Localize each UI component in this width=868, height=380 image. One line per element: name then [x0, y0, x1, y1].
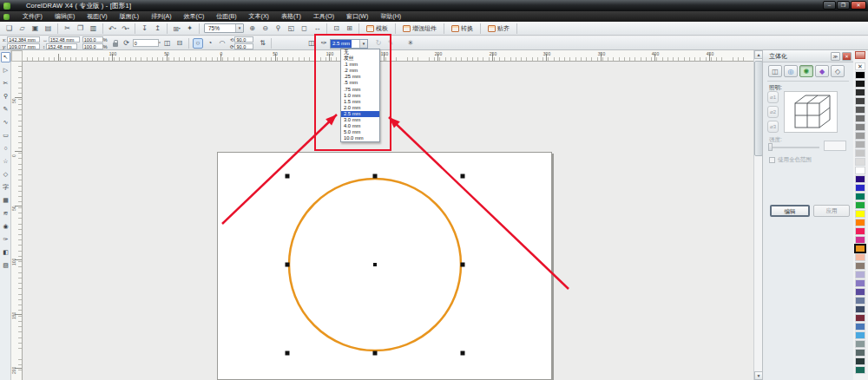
drawing-canvas[interactable] — [23, 62, 753, 380]
ellipse-tool[interactable]: ○ — [1, 143, 10, 154]
color-swatch[interactable] — [855, 262, 865, 270]
docker-close-button[interactable]: ✕ — [842, 52, 852, 61]
color-swatch[interactable] — [855, 201, 865, 209]
menu-item-O[interactable]: 工具(O) — [307, 11, 340, 22]
object-width-field[interactable]: 152.48 mm — [49, 36, 80, 43]
color-swatch[interactable] — [855, 123, 865, 131]
intensity-slider[interactable] — [769, 147, 819, 148]
interactive-blend-tool[interactable]: ≋ — [1, 208, 10, 219]
zoom-level-combobox[interactable]: 75%▾ — [204, 23, 244, 33]
maximize-button[interactable]: ❐ — [837, 1, 850, 10]
dropdown-item-[interactable]: 发丝 — [341, 56, 379, 62]
menu-item-L[interactable]: 版面(L) — [114, 11, 146, 22]
arc-direction-button[interactable]: ⇅ — [257, 38, 267, 49]
light-source-button-3[interactable]: ⌀3 — [767, 121, 779, 133]
menu-item-T[interactable]: 表格(T) — [275, 11, 307, 22]
extrude-bevel-tab[interactable]: ◇ — [831, 65, 845, 77]
zoom-out-icon[interactable]: ⊖ — [260, 23, 271, 34]
dropdown-item-25mm[interactable]: 2.5 mm — [341, 111, 379, 117]
save-icon[interactable]: ▣ — [30, 23, 41, 34]
open-icon[interactable]: ▱ — [16, 23, 28, 34]
mirror-vertical-button[interactable]: ⊟ — [174, 38, 185, 49]
undo-icon[interactable]: ↶▾ — [107, 23, 118, 34]
color-swatch[interactable] — [855, 340, 865, 348]
zoom-selected-icon[interactable]: ⚲ — [273, 23, 284, 34]
color-swatch[interactable] — [855, 175, 865, 183]
color-swatch[interactable] — [855, 357, 865, 365]
extrude-camera-tab[interactable]: ◫ — [768, 65, 782, 77]
snap-grid-icon[interactable]: ⊡ — [331, 23, 342, 34]
no-color-swatch[interactable] — [855, 62, 865, 70]
color-swatch[interactable] — [855, 184, 865, 192]
x-position-field[interactable]: 142.384 mm — [7, 36, 40, 43]
dropdown-item-100mm[interactable]: 10.0 mm — [341, 135, 379, 141]
wrap-text-button[interactable]: ◫ — [306, 38, 317, 49]
dropdown-item-20mm[interactable]: 2.0 mm — [341, 105, 379, 111]
zoom-page-icon[interactable]: ◻ — [299, 23, 310, 34]
table-tool[interactable]: ▦ — [1, 195, 10, 206]
menu-item-X[interactable]: 文本(X) — [243, 11, 275, 22]
snap-button[interactable]: 贴齐 — [485, 23, 512, 34]
color-swatch[interactable] — [855, 193, 865, 200]
macros-button[interactable]: 增强组件 — [400, 23, 439, 34]
combo-dropdown-arrow[interactable]: ▾ — [359, 40, 367, 48]
mirror-horizontal-button[interactable]: ◫ — [162, 38, 173, 49]
dropdown-item-75mm[interactable]: .75 mm — [341, 87, 379, 93]
ellipse-mode-button[interactable]: ○ — [193, 38, 203, 49]
color-swatch[interactable] — [855, 227, 865, 235]
color-swatch[interactable] — [855, 236, 865, 244]
paste-icon[interactable]: ▥ — [88, 23, 99, 34]
snap-objects-icon[interactable]: ⊞ — [344, 23, 355, 34]
color-swatch[interactable] — [855, 97, 865, 105]
edit-button[interactable]: 编辑 — [770, 205, 810, 217]
menu-item-V[interactable]: 视图(V) — [81, 11, 113, 22]
color-swatch[interactable] — [855, 71, 865, 79]
color-swatch[interactable] — [855, 88, 865, 96]
menu-item-B[interactable]: 位图(B) — [210, 11, 242, 22]
eyedropper-tool[interactable]: ◉ — [1, 221, 10, 232]
extrude-lighting-tab[interactable]: ✺ — [799, 65, 813, 77]
color-swatch[interactable] — [855, 288, 865, 296]
dropdown-item-30mm[interactable]: 3.0 mm — [341, 117, 379, 123]
color-swatch[interactable] — [855, 349, 865, 357]
light-source-button-1[interactable]: ⌀1 — [767, 91, 779, 103]
menu-item-A[interactable]: 排列(A) — [145, 11, 177, 22]
color-swatch[interactable] — [855, 331, 865, 339]
dropdown-item-10mm[interactable]: 1.0 mm — [341, 93, 379, 99]
print-icon[interactable]: ▤ — [43, 23, 54, 34]
color-swatch[interactable] — [855, 366, 865, 374]
drawing-page[interactable] — [217, 152, 552, 380]
object-height-field[interactable]: 152.48 mm — [46, 43, 77, 49]
smart-drawing-tool[interactable]: ∿ — [1, 117, 10, 128]
color-swatch[interactable] — [855, 305, 865, 313]
redo-icon[interactable]: ↷▾ — [120, 23, 131, 34]
lock-ratio-icon[interactable] — [113, 43, 118, 47]
arc-start-field[interactable]: 90.0 — [234, 36, 253, 43]
rectangle-tool[interactable]: ▭ — [1, 130, 10, 141]
zoom-tool[interactable]: ⚲ — [1, 91, 10, 102]
menu-item-E[interactable]: 编辑(E) — [49, 11, 81, 22]
crop-tool[interactable]: ✂ — [1, 78, 10, 88]
zoom-combo-arrow[interactable]: ▾ — [235, 24, 243, 32]
export-icon[interactable]: ↥ — [152, 23, 163, 34]
settings-icon[interactable]: ✳ — [405, 38, 416, 49]
arc-end-field[interactable]: 90.0 — [234, 43, 253, 49]
intensity-value-field[interactable] — [824, 141, 846, 151]
vertical-scrollbar[interactable]: ▲ ▼ — [753, 50, 762, 380]
menu-item-C[interactable]: 效果(C) — [178, 11, 211, 22]
color-swatch[interactable] — [855, 210, 865, 218]
copy-icon[interactable]: ❐ — [75, 23, 86, 34]
close-button[interactable]: ✕ — [851, 1, 866, 10]
color-swatch[interactable] — [855, 80, 865, 88]
extrude-rotation-tab[interactable]: ◎ — [784, 65, 798, 77]
outline-width-combobox[interactable]: 2.5 mm ▾ — [330, 39, 368, 49]
color-swatch[interactable] — [855, 106, 865, 114]
color-swatch[interactable] — [855, 149, 865, 157]
intensity-slider-handle[interactable] — [768, 143, 773, 151]
dropdown-item-50mm[interactable]: 5.0 mm — [341, 129, 379, 135]
cut-icon[interactable]: ✂ — [62, 23, 73, 34]
convert-button[interactable]: 转换 — [449, 23, 476, 34]
horizontal-ruler[interactable]: 10050050100150200250300350400450 — [23, 50, 753, 62]
zoom-in-icon[interactable]: ⊕ — [247, 23, 258, 34]
dropdown-item-1mm[interactable]: .1 mm — [341, 62, 379, 68]
